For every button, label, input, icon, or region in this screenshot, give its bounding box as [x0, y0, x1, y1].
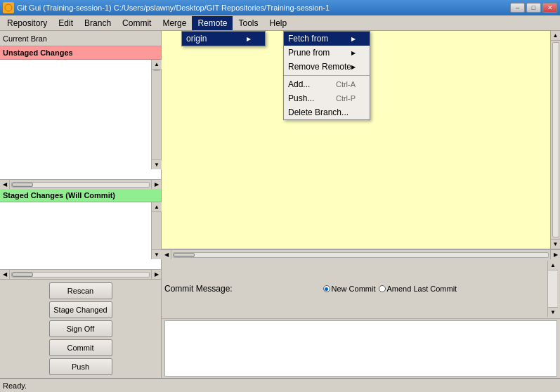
origin-delete-branch[interactable]: Delete Branch...	[284, 105, 370, 119]
status-text: Ready.	[3, 381, 27, 390]
staged-hscroll-track	[11, 272, 150, 277]
menu-merge[interactable]: Merge	[157, 16, 192, 30]
remote-menu-origin[interactable]: origin ▶	[182, 32, 265, 46]
unstaged-hscroll: ◀ ▶	[0, 179, 161, 189]
new-commit-radio[interactable]: New Commit	[323, 285, 376, 293]
app-icon	[3, 2, 14, 13]
unstaged-vscroll-track	[153, 70, 160, 71]
unstaged-scroll-up[interactable]: ▲	[152, 60, 162, 70]
push-shortcut: Ctrl-P	[336, 94, 356, 103]
menu-remote[interactable]: Remote	[192, 16, 233, 30]
diff-vscroll: ▲ ▼	[550, 31, 560, 249]
diff-scroll-up[interactable]: ▲	[551, 31, 561, 41]
main-content: Current Bran Unstaged Changes ▲ ▼ ◀ ▶ St…	[0, 31, 560, 378]
branch-bar: Current Bran	[0, 31, 161, 46]
fetch-from-label: Fetch from	[288, 34, 328, 44]
unstaged-hscroll-track	[11, 182, 150, 188]
menu-bar: Repository Edit Branch Commit Merge Remo…	[0, 15, 560, 31]
new-commit-radio-dot	[325, 287, 328, 291]
origin-fetch-from[interactable]: Fetch from ▶	[284, 32, 370, 46]
menu-repository[interactable]: Repository	[1, 16, 53, 30]
amend-commit-radio[interactable]: Amend Last Commit	[379, 285, 457, 293]
diff-hscroll-thumb	[174, 253, 195, 257]
minimize-button[interactable]: –	[510, 3, 525, 13]
staged-scroll-up[interactable]: ▲	[152, 202, 162, 212]
diff-hscroll-right[interactable]: ▶	[550, 250, 560, 260]
window-controls: – □ ✕	[510, 3, 557, 13]
menu-tools[interactable]: Tools	[233, 16, 263, 30]
diff-vscroll-track	[552, 42, 559, 237]
commit-vscroll-track	[548, 270, 557, 307]
stage-changed-button[interactable]: Stage Changed	[49, 301, 112, 318]
left-panel: Current Bran Unstaged Changes ▲ ▼ ◀ ▶ St…	[0, 31, 162, 378]
delete-branch-label: Delete Branch...	[288, 107, 349, 117]
new-commit-radio-button[interactable]	[323, 285, 330, 292]
diff-hscroll-track	[173, 252, 549, 258]
close-button[interactable]: ✕	[542, 3, 557, 13]
menu-edit[interactable]: Edit	[53, 16, 79, 30]
add-label: Add...	[288, 79, 310, 89]
remove-remote-arrow: ▶	[351, 64, 356, 70]
unstaged-header: Unstaged Changes	[0, 46, 161, 60]
menu-help[interactable]: Help	[263, 16, 292, 30]
rescan-button[interactable]: Rescan	[49, 282, 112, 299]
add-shortcut: Ctrl-A	[336, 80, 356, 89]
prune-from-label: Prune from	[288, 48, 330, 58]
staged-scroll-down[interactable]: ▼	[152, 249, 162, 259]
origin-remove-remote[interactable]: Remove Remote ▶	[284, 60, 370, 74]
remove-remote-label: Remove Remote	[288, 62, 351, 72]
staged-hscroll: ◀ ▶	[0, 269, 161, 279]
push-button[interactable]: Push	[49, 358, 112, 375]
window-title: Git Gui (Training-session-1) C:/Users/ps…	[17, 4, 510, 12]
diff-hscroll-left[interactable]: ◀	[162, 250, 171, 260]
svg-point-0	[5, 4, 12, 11]
remote-dropdown-menu[interactable]: origin ▶	[181, 31, 266, 46]
maximize-button[interactable]: □	[526, 3, 541, 13]
new-commit-label: New Commit	[332, 285, 376, 293]
staged-hscroll-thumb	[12, 273, 33, 277]
menu-commit[interactable]: Commit	[117, 16, 157, 30]
unstaged-scroll-down[interactable]: ▼	[152, 159, 162, 169]
staged-hscroll-right[interactable]: ▶	[151, 270, 161, 280]
title-bar: Git Gui (Training-session-1) C:/Users/ps…	[0, 0, 560, 15]
unstaged-hscroll-left[interactable]: ◀	[0, 180, 10, 190]
origin-add[interactable]: Add... Ctrl-A	[284, 77, 370, 91]
remote-origin-label: origin	[186, 34, 207, 44]
origin-push[interactable]: Push... Ctrl-P	[284, 91, 370, 105]
diff-scroll-down[interactable]: ▼	[551, 239, 561, 249]
commit-scroll-up[interactable]: ▲	[548, 261, 558, 270]
commit-scroll-down[interactable]: ▼	[548, 307, 558, 317]
staged-list: ▲ ▼	[0, 202, 161, 269]
commit-message-bar: Commit Message: New Commit Amend Last Co…	[162, 259, 560, 319]
staged-header: Staged Changes (Will Commit)	[0, 189, 161, 202]
current-branch-label: Current Bran	[0, 34, 50, 43]
amend-commit-label: Amend Last Commit	[387, 285, 457, 293]
commit-text-input[interactable]	[164, 320, 557, 377]
origin-separator	[284, 75, 370, 76]
radio-group: New Commit Amend Last Commit	[323, 285, 457, 293]
amend-radio-button[interactable]	[379, 285, 386, 292]
unstaged-hscroll-thumb	[12, 183, 33, 187]
menu-branch[interactable]: Branch	[79, 16, 117, 30]
remote-origin-arrow: ▶	[247, 36, 251, 42]
buttons-section: Rescan Stage Changed Sign Off Commit Pus…	[0, 279, 161, 378]
sign-off-button[interactable]: Sign Off	[49, 320, 112, 337]
staged-hscroll-left[interactable]: ◀	[0, 270, 10, 280]
status-bar: Ready.	[0, 378, 560, 392]
diff-hscroll: ◀ ▶	[162, 249, 560, 259]
unstaged-list: ▲ ▼	[0, 60, 161, 179]
fetch-from-arrow: ▶	[351, 36, 356, 42]
push-label: Push...	[288, 93, 314, 103]
unstaged-hscroll-right[interactable]: ▶	[151, 180, 161, 190]
commit-button[interactable]: Commit	[49, 339, 112, 356]
prune-from-arrow: ▶	[351, 50, 356, 56]
origin-submenu[interactable]: Fetch from ▶ Prune from ▶ Remove Remote …	[283, 31, 370, 120]
origin-prune-from[interactable]: Prune from ▶	[284, 46, 370, 60]
commit-message-label: Commit Message:	[164, 284, 233, 294]
commit-vscroll: ▲ ▼	[547, 261, 557, 317]
